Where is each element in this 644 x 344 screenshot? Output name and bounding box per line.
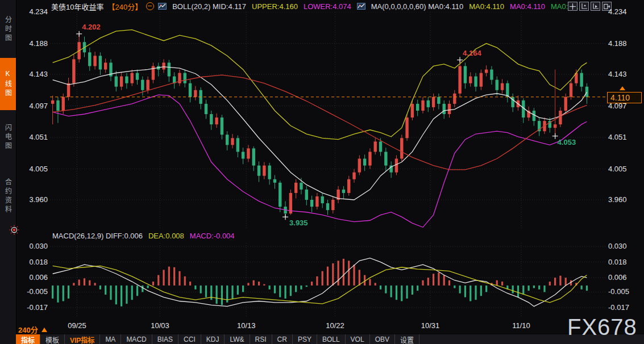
mini-chart-icon — [357, 3, 365, 10]
sidebar-item-3[interactable]: 闪电图 — [0, 111, 16, 163]
macd-histogram — [53, 259, 587, 307]
macd-chart[interactable] — [50, 243, 605, 318]
toolbar-tab-13[interactable]: BOLL — [317, 334, 346, 344]
macd-tick-label: 0.030 — [608, 242, 638, 250]
last-price-value: 4.110 — [610, 93, 630, 102]
sidebar-item-1[interactable]: 分时图 — [0, 2, 16, 57]
zoom-vertical-icon[interactable] — [579, 2, 589, 11]
macd-tick-label: -0.017 — [608, 303, 638, 312]
candles-group — [51, 34, 588, 217]
sidebar: 分时图K线图闪电图合约资料 — [0, 0, 16, 344]
toolbar-tab-16[interactable]: 设置 — [395, 334, 419, 344]
macd-indicator-value: DEA:0.008 — [148, 232, 184, 240]
toolbar-tab-11[interactable]: CR — [272, 334, 293, 344]
date-tick-label: 11/10 — [504, 321, 538, 330]
macd-tick-label: 0.018 — [608, 258, 638, 266]
toolbar-tab-4[interactable]: MA — [100, 334, 121, 344]
toolbar-tab-1[interactable]: 指标 — [16, 334, 40, 344]
indicator-value: LOWER:4.074 — [304, 2, 351, 11]
date-tick-label: 10/22 — [318, 321, 352, 330]
price-tick-label: 4.005 — [608, 165, 638, 173]
date-tick-label: 09/25 — [60, 321, 94, 330]
price-tick-label: 4.051 — [608, 133, 638, 141]
chevron-up-icon — [41, 328, 47, 332]
toolbar-tab-6[interactable]: BIAS — [152, 334, 178, 344]
svg-text:3.935: 3.935 — [289, 219, 308, 227]
main-grid — [50, 12, 605, 230]
indicator-value: MA0:4.110 — [510, 2, 545, 11]
toolbar-tab-10[interactable]: RSI — [250, 334, 272, 344]
price-tick-label: 4.188 — [18, 39, 48, 48]
toolbar-tab-15[interactable]: OBV — [370, 334, 395, 344]
macd-header: MACD(26,12,9) DIFF:0.006DEA:0.008MACD:-0… — [52, 232, 235, 240]
price-tick-label: 3.960 — [18, 195, 48, 204]
svg-text:4.164: 4.164 — [463, 49, 481, 57]
price-tick-label: 3.960 — [608, 195, 638, 204]
chart-toolbar-icons — [568, 2, 612, 11]
indicator-value: UPPER:4.160 — [252, 2, 298, 11]
price-tick-label: 4.188 — [608, 39, 638, 48]
mini-chart-icon — [158, 3, 167, 10]
last-price-arrow — [620, 86, 625, 90]
price-marker: 3.935 — [282, 214, 308, 227]
sidebar-item-4[interactable]: 合约资料 — [0, 165, 16, 228]
overlay-boll_lower — [53, 95, 587, 227]
macd-tick-label: 0.006 — [608, 273, 638, 282]
toolbar-tab-2[interactable]: 模板 — [40, 334, 65, 344]
indicator-value: MA(0,0,0,0,0,60) MA0:4.110 — [371, 2, 463, 11]
price-marker: 4.202 — [76, 23, 101, 37]
macd-tick-label: -0.005 — [18, 287, 48, 296]
main-candlestick-chart[interactable]: 4.2024.1644.0533.935 — [50, 12, 605, 230]
toolbar-tab-5[interactable]: MACD — [121, 334, 152, 344]
price-tick-label: 4.143 — [608, 70, 638, 78]
price-tick-label: 4.005 — [18, 165, 48, 173]
indicator-toolbar: 指标模板VIP指标MAMACDBIASCCIKDJLW&RSICRPSYBOLL… — [16, 334, 644, 344]
svg-text:4.053: 4.053 — [558, 138, 576, 146]
crosshair-icon[interactable] — [568, 2, 577, 11]
collapse-icon[interactable] — [146, 2, 154, 10]
date-tick-label: 10/03 — [143, 321, 177, 330]
macd-indicator-value: MACD(26,12,9) DIFF:0.006 — [52, 232, 143, 240]
price-tick-label: 4.234 — [18, 7, 48, 16]
price-tick-label: 4.097 — [18, 102, 48, 110]
date-tick-label: 10/13 — [229, 321, 263, 330]
macd-tick-label: -0.017 — [18, 303, 48, 312]
toolbar-tab-12[interactable]: PSY — [293, 334, 317, 344]
price-marker: 4.164 — [457, 49, 481, 63]
period-badge: 【240分】 — [107, 1, 142, 12]
macd-tick-label: 0.030 — [18, 242, 48, 250]
zoom-horizontal-icon[interactable] — [591, 2, 600, 11]
svg-text:4.202: 4.202 — [82, 23, 101, 31]
macd-indicator-value: MACD:-0.004 — [190, 232, 235, 240]
chart-header: 美债10年收益率 【240分】 BOLL(20,2) MID:4.117UPPE… — [51, 2, 578, 11]
price-tick-label: 4.051 — [18, 133, 48, 141]
macd-tick-label: 0.018 — [18, 258, 48, 266]
alarm-icon[interactable] — [9, 225, 19, 235]
sidebar-item-2[interactable]: K线图 — [0, 58, 16, 110]
symbol-title: 美债10年收益率 — [51, 1, 103, 12]
date-tick-label: 10/31 — [413, 321, 447, 330]
macd-tick-label: 0.006 — [18, 273, 48, 282]
price-tick-label: 4.143 — [18, 70, 48, 78]
indicator-values: BOLL(20,2) MID:4.117UPPER:4.160LOWER:4.0… — [158, 2, 578, 11]
indicator-value: MA0:4.110 — [469, 2, 504, 11]
toolbar-tab-9[interactable]: LW& — [225, 334, 250, 344]
toolbar-tab-3[interactable]: VIP指标 — [65, 334, 100, 344]
last-price-badge: 4.110 — [607, 92, 642, 103]
toolbar-tab-14[interactable]: VOL — [346, 334, 370, 344]
watermark: FX678 — [567, 314, 637, 340]
indicator-value: BOLL(20,2) MID:4.117 — [172, 2, 246, 11]
toolbar-tab-8[interactable]: KDJ — [201, 334, 225, 344]
price-tick-label: 4.234 — [608, 7, 638, 16]
macd-tick-label: -0.005 — [608, 287, 638, 296]
toolbar-tab-7[interactable]: CCI — [178, 334, 201, 344]
